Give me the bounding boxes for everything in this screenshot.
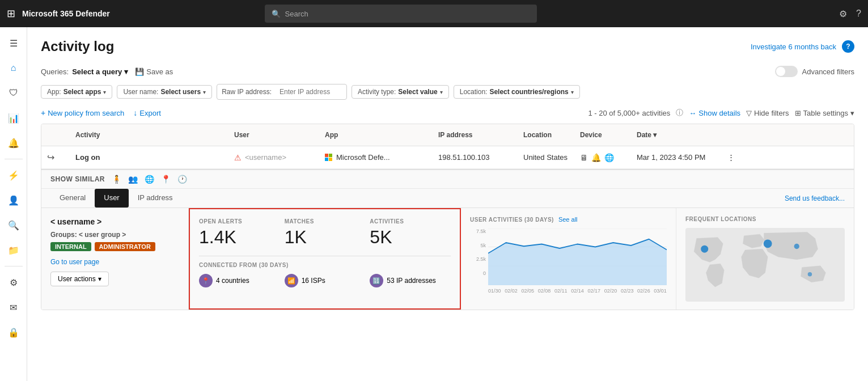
sidebar-item-settings[interactable]: ⚙ — [2, 271, 25, 294]
select-query-button[interactable]: Select a query ▾ — [72, 67, 128, 76]
detail-tabs: General User IP address Send us feedback… — [41, 189, 854, 208]
world-map — [685, 228, 845, 302]
y-label-2500: 2.5k — [470, 256, 486, 262]
export-button[interactable]: ↓ Export — [133, 108, 161, 117]
username-display: < username > — [50, 217, 179, 226]
chart-header: USER ACTIVITIES (30 DAYS) See all — [470, 216, 667, 223]
sidebar: ☰ ⌂ 🛡 📊 🔔 ⚡ 👤 🔍 📁 ⚙ ✉ 🔒 — [0, 27, 27, 381]
queries-section: Queries: Select a query ▾ — [41, 67, 128, 76]
svg-point-6 — [794, 244, 799, 249]
connected-section: CONNECTED FROM (30 DAYS) 📍 4 countries 📶… — [199, 262, 451, 287]
sidebar-item-home[interactable]: ⌂ — [2, 57, 25, 79]
row-ip-cell: 198.51.100.103 — [433, 147, 518, 167]
chevron-down-icon: ▾ — [124, 67, 128, 76]
x-label-0202: 02/02 — [505, 288, 518, 294]
location-icon: 📍 — [199, 274, 213, 287]
col-activity[interactable]: Activity — [70, 129, 228, 141]
sidebar-item-menu[interactable]: ☰ — [2, 32, 25, 54]
x-label-0205: 02/05 — [521, 288, 534, 294]
go-to-user-link[interactable]: Go to user page — [50, 258, 179, 266]
settings-icon[interactable]: ⚙ — [839, 9, 847, 19]
sidebar-item-users[interactable]: 👤 — [2, 189, 25, 211]
x-label-0301: 03/01 — [654, 288, 667, 294]
advanced-filters-toggle[interactable] — [775, 66, 798, 77]
detail-content: < username > Groups: < user group > INTE… — [41, 208, 854, 310]
location-similar-icon[interactable]: 📍 — [161, 175, 171, 184]
svg-point-4 — [701, 245, 708, 253]
table-settings-button[interactable]: ⊞ Table settings ▾ — [795, 109, 855, 117]
admin-badge: ADMINISTRATOR — [95, 242, 155, 251]
col-ip[interactable]: IP address — [433, 129, 518, 141]
action-row: + New policy from search ↓ Export 1 - 20… — [41, 108, 854, 118]
row-more-cell[interactable]: ⋮ — [722, 147, 744, 167]
filter-icon: ▽ — [746, 109, 752, 117]
queries-label: Queries: — [41, 67, 69, 76]
help-button[interactable]: ? — [842, 40, 854, 53]
user-similar-icon[interactable]: 🧍 — [112, 175, 121, 184]
app-filter[interactable]: App: Select apps ▾ — [41, 85, 112, 99]
sidebar-divider-2 — [5, 266, 23, 266]
logon-icon: ↪ — [47, 152, 54, 163]
search-input[interactable] — [285, 10, 530, 18]
row-app-cell: Microsoft Defe... — [319, 147, 433, 167]
user-info-panel: < username > Groups: < user group > INTE… — [41, 208, 189, 310]
hide-filters-button[interactable]: ▽ Hide filters — [746, 109, 789, 117]
table-row[interactable]: ↪ Log on ⚠ <username> Microsoft Defe... … — [41, 146, 854, 169]
ip-filter-container: Raw IP address: — [217, 84, 347, 100]
user-filter[interactable]: User name: Select users ▾ — [117, 85, 212, 99]
sidebar-item-chart[interactable]: 📊 — [2, 107, 25, 129]
show-details-button[interactable]: ↔ Show details — [689, 109, 740, 117]
help-icon[interactable]: ? — [856, 9, 861, 19]
waffle-icon[interactable]: ⊞ — [7, 7, 15, 20]
ip-address-input[interactable] — [274, 86, 342, 98]
user-actions-button[interactable]: User actions ▾ — [50, 272, 109, 286]
filter-chips: App: Select apps ▾ User name: Select use… — [41, 84, 854, 100]
advanced-toggle: Advanced filters — [775, 66, 855, 77]
filter-row: Queries: Select a query ▾ 💾 Save as Adva… — [41, 66, 854, 77]
col-icon — [41, 129, 70, 141]
tab-ip-address[interactable]: IP address — [129, 189, 182, 208]
row-device-cell: 🖥 🔔 🌐 — [574, 147, 631, 168]
x-label-0226: 02/26 — [637, 288, 650, 294]
sidebar-item-email[interactable]: ✉ — [2, 296, 25, 319]
chevron-down-icon: ▾ — [440, 89, 443, 95]
search-icon: 🔍 — [272, 10, 281, 18]
tab-general[interactable]: General — [50, 189, 95, 208]
col-app[interactable]: App — [319, 129, 433, 141]
investigate-link[interactable]: Investigate 6 months back — [751, 43, 836, 51]
main-content: Activity log Investigate 6 months back ?… — [27, 27, 868, 381]
detail-panel: SHOW SIMILAR 🧍 👥 🌐 📍 🕐 General User IP a… — [41, 169, 854, 310]
tab-user[interactable]: User — [95, 189, 128, 208]
group-similar-icon[interactable]: 👥 — [128, 175, 138, 184]
location-filter[interactable]: Location: Select countries/regions ▾ — [454, 85, 580, 99]
y-label-5000: 5k — [470, 243, 486, 248]
ip-similar-icon[interactable]: 🌐 — [145, 175, 154, 184]
x-label-0214: 02/14 — [571, 288, 584, 294]
col-user[interactable]: User — [228, 129, 319, 141]
send-feedback-link[interactable]: Send us feedback... — [785, 194, 845, 202]
save-as-button[interactable]: 💾 Save as — [135, 67, 173, 76]
svg-point-5 — [764, 239, 772, 248]
col-date[interactable]: Date ▾ — [631, 129, 722, 141]
col-location[interactable]: Location — [518, 129, 574, 141]
info-icon[interactable]: ⓘ — [676, 108, 683, 118]
arrows-icon: ↔ — [689, 109, 696, 117]
sidebar-item-files[interactable]: 📁 — [2, 239, 25, 261]
time-similar-icon[interactable]: 🕐 — [177, 175, 187, 184]
sidebar-item-apps[interactable]: 🔍 — [2, 214, 25, 236]
sidebar-item-incidents[interactable]: 🔔 — [2, 132, 25, 154]
sidebar-item-actions[interactable]: ⚡ — [2, 164, 25, 187]
activities-stat: ACTIVITIES 5K — [370, 218, 451, 248]
y-label-7500: 7.5k — [470, 228, 486, 234]
notification-icon: 🔔 — [591, 153, 601, 162]
y-label-0: 0 — [470, 270, 486, 276]
tabs-left: General User IP address — [50, 189, 182, 208]
col-device[interactable]: Device — [574, 129, 631, 141]
sidebar-item-lock[interactable]: 🔒 — [2, 321, 25, 344]
new-policy-button[interactable]: + New policy from search — [41, 108, 124, 117]
x-label-0217: 02/17 — [587, 288, 600, 294]
sidebar-item-shield[interactable]: 🛡 — [2, 82, 25, 104]
results-info: 1 - 20 of 5,000+ activities ⓘ ↔ Show det… — [588, 108, 854, 118]
see-all-link[interactable]: See all — [558, 216, 578, 223]
activity-filter[interactable]: Activity type: Select value ▾ — [352, 85, 449, 99]
